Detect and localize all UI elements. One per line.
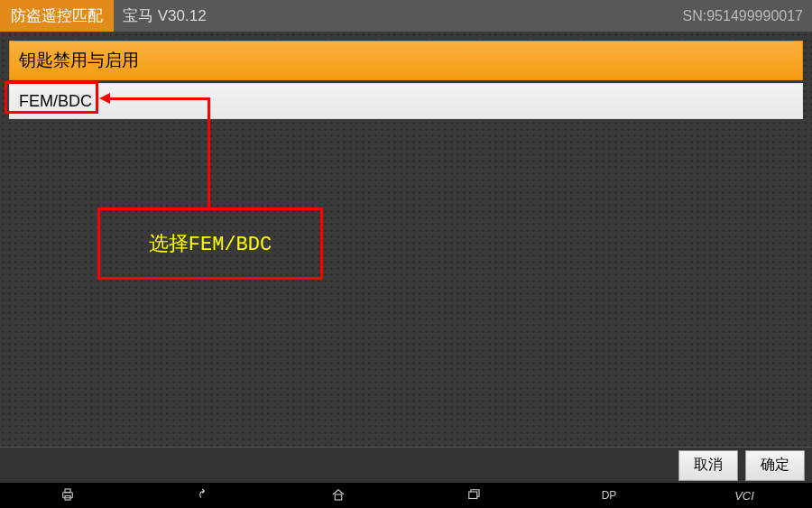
vehicle-version: 宝马 V30.12 bbox=[123, 5, 683, 26]
ok-button[interactable]: 确定 bbox=[745, 450, 805, 481]
nav-print[interactable] bbox=[32, 483, 104, 508]
nav-vci[interactable]: VCI bbox=[708, 483, 780, 508]
header-bar: 防盗遥控匹配 宝马 V30.12 SN:951499990017 bbox=[0, 0, 812, 32]
svg-rect-4 bbox=[469, 492, 477, 499]
nav-vci-label: VCI bbox=[734, 489, 754, 503]
button-bar: 取消 确定 bbox=[0, 447, 812, 483]
nav-dp-label: DP bbox=[602, 489, 617, 502]
svg-rect-0 bbox=[63, 492, 73, 497]
nav-dp[interactable]: DP bbox=[573, 483, 645, 508]
printer-icon bbox=[60, 486, 76, 505]
annotation-label-text: 选择FEM/BDC bbox=[149, 230, 272, 257]
app-title: 防盗遥控匹配 bbox=[0, 0, 114, 32]
main-area: 钥匙禁用与启用 FEM/BDC 选择FEM/BDC bbox=[0, 32, 812, 447]
svg-rect-1 bbox=[65, 489, 70, 493]
system-navbar: DP VCI bbox=[0, 483, 812, 508]
nav-back[interactable] bbox=[167, 483, 239, 508]
cancel-button[interactable]: 取消 bbox=[678, 450, 738, 481]
list-item-fem-bdc[interactable]: FEM/BDC bbox=[9, 83, 803, 119]
serial-number: SN:951499990017 bbox=[683, 8, 803, 24]
recents-icon bbox=[466, 486, 482, 505]
svg-rect-3 bbox=[335, 494, 342, 500]
annotation-label-box: 选择FEM/BDC bbox=[97, 208, 323, 280]
home-icon bbox=[330, 486, 346, 505]
back-icon bbox=[195, 486, 211, 505]
nav-home[interactable] bbox=[302, 483, 374, 508]
nav-recents[interactable] bbox=[438, 483, 510, 508]
panel-heading: 钥匙禁用与启用 bbox=[9, 41, 803, 80]
